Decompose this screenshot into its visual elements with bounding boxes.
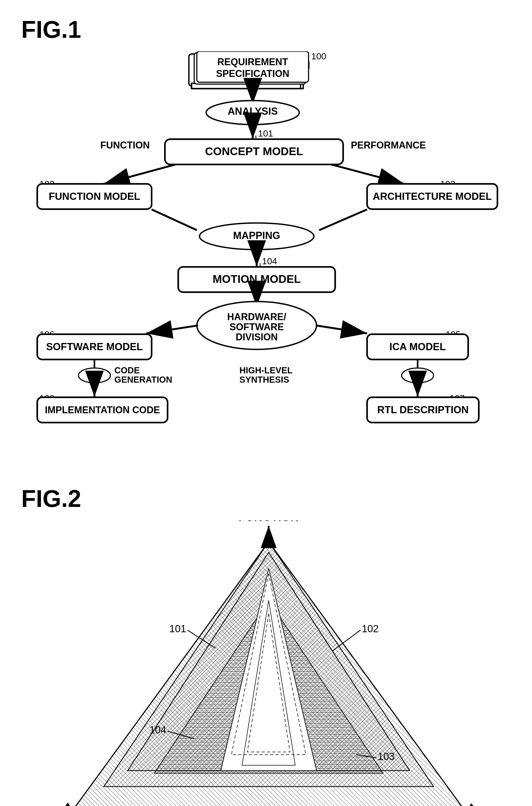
svg-line-33 bbox=[152, 209, 197, 230]
page: FIG.1 REQU bbox=[0, 0, 532, 806]
fig2-label: FIG.2 bbox=[21, 485, 511, 512]
svg-text:HARDWARE/: HARDWARE/ bbox=[227, 311, 286, 322]
svg-line-24 bbox=[331, 165, 404, 184]
svg-text:ANALYSIS: ANALYSIS bbox=[228, 106, 278, 117]
svg-text:MOTION MODEL: MOTION MODEL bbox=[212, 273, 301, 285]
svg-text:104: 104 bbox=[262, 256, 277, 266]
svg-text:ICA MODEL: ICA MODEL bbox=[390, 341, 446, 352]
svg-text:PERFORMANCE: PERFORMANCE bbox=[351, 140, 426, 151]
svg-text:CONCEPT MODEL: CONCEPT MODEL bbox=[205, 145, 303, 157]
svg-text:SPECIFICATION: SPECIFICATION bbox=[216, 68, 289, 79]
svg-line-23 bbox=[104, 165, 175, 184]
svg-text:ARCHITECTURE MODEL: ARCHITECTURE MODEL bbox=[373, 191, 492, 202]
svg-text:MAPPING: MAPPING bbox=[233, 230, 280, 241]
svg-point-66 bbox=[402, 368, 434, 383]
fig1-diagram: REQUIREMENT SPECIFICATION 100 ANALYSIS 1… bbox=[21, 51, 516, 464]
svg-text:FUNCTION: FUNCTION bbox=[238, 521, 299, 523]
svg-text:SOFTWARE: SOFTWARE bbox=[230, 321, 284, 332]
svg-text:101: 101 bbox=[169, 623, 186, 634]
svg-text:RTL DESCRIPTION: RTL DESCRIPTION bbox=[377, 404, 469, 415]
fig1-label: FIG.1 bbox=[21, 16, 511, 43]
fig2-svg: FUNCTION STRUCTURE TIME 101 102 103 104 bbox=[21, 521, 516, 806]
svg-text:FUNCTION MODEL: FUNCTION MODEL bbox=[49, 191, 140, 202]
svg-line-34 bbox=[319, 209, 367, 230]
svg-text:DIVISION: DIVISION bbox=[236, 332, 278, 342]
svg-text:SYNTHESIS: SYNTHESIS bbox=[240, 375, 289, 385]
fig1-svg: REQUIREMENT SPECIFICATION 100 ANALYSIS 1… bbox=[21, 51, 516, 467]
svg-text:102: 102 bbox=[362, 623, 379, 634]
fig2-diagram: FUNCTION STRUCTURE TIME 101 102 103 104 bbox=[21, 521, 516, 806]
svg-text:GENERATION: GENERATION bbox=[114, 375, 172, 385]
svg-line-47 bbox=[146, 325, 198, 333]
svg-text:104: 104 bbox=[150, 724, 166, 735]
svg-line-48 bbox=[316, 325, 367, 333]
svg-point-57 bbox=[78, 368, 110, 383]
svg-text:103: 103 bbox=[378, 751, 395, 762]
svg-text:FUNCTION: FUNCTION bbox=[100, 140, 150, 151]
svg-text:100: 100 bbox=[311, 51, 326, 61]
svg-text:REQUIREMENT: REQUIREMENT bbox=[217, 56, 288, 67]
svg-text:IMPLEMENTATION CODE: IMPLEMENTATION CODE bbox=[45, 405, 160, 415]
svg-text:HIGH-LEVEL: HIGH-LEVEL bbox=[240, 365, 292, 375]
svg-text:CODE: CODE bbox=[114, 365, 140, 375]
svg-text:101: 101 bbox=[258, 128, 273, 138]
svg-text:SOFTWARE MODEL: SOFTWARE MODEL bbox=[46, 341, 142, 352]
